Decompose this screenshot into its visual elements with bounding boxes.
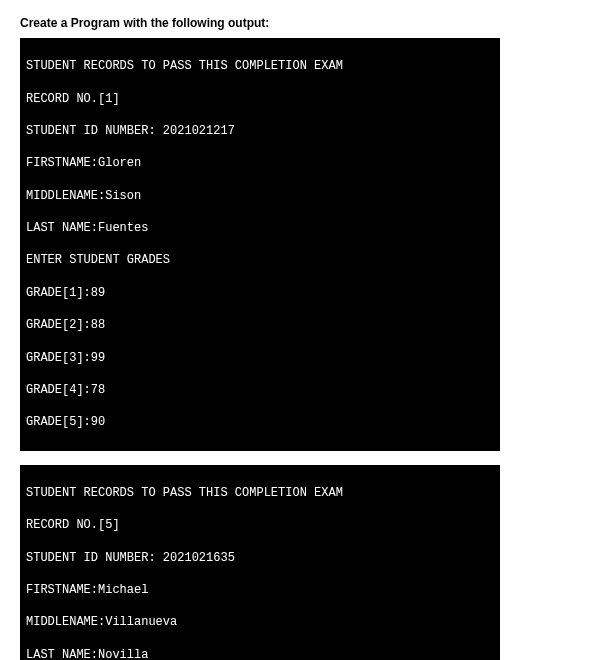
line-sid: STUDENT ID NUMBER: 2021021635 xyxy=(26,550,494,566)
line-lastname: LAST NAME:Fuentes xyxy=(26,220,494,236)
terminal-block-2: STUDENT RECORDS TO PASS THIS COMPLETION … xyxy=(20,465,500,660)
line-middlename: MIDDLENAME:Villanueva xyxy=(26,614,494,630)
line-recno: RECORD NO.[5] xyxy=(26,517,494,533)
line-middlename: MIDDLENAME:Sison xyxy=(26,188,494,204)
line-grade4: GRADE[4]:78 xyxy=(26,382,494,398)
line-grade3: GRADE[3]:99 xyxy=(26,350,494,366)
page-heading: Create a Program with the following outp… xyxy=(20,16,583,30)
line-grade1: GRADE[1]:89 xyxy=(26,285,494,301)
line-title: STUDENT RECORDS TO PASS THIS COMPLETION … xyxy=(26,58,494,74)
line-lastname: LAST NAME:Novilla xyxy=(26,647,494,660)
line-grade5: GRADE[5]:90 xyxy=(26,414,494,430)
line-firstname: FIRSTNAME:Gloren xyxy=(26,155,494,171)
line-recno: RECORD NO.[1] xyxy=(26,91,494,107)
terminal-block-1: STUDENT RECORDS TO PASS THIS COMPLETION … xyxy=(20,38,500,451)
line-title: STUDENT RECORDS TO PASS THIS COMPLETION … xyxy=(26,485,494,501)
line-grade2: GRADE[2]:88 xyxy=(26,317,494,333)
line-firstname: FIRSTNAME:Michael xyxy=(26,582,494,598)
line-enter-grades: ENTER STUDENT GRADES xyxy=(26,252,494,268)
line-sid: STUDENT ID NUMBER: 2021021217 xyxy=(26,123,494,139)
